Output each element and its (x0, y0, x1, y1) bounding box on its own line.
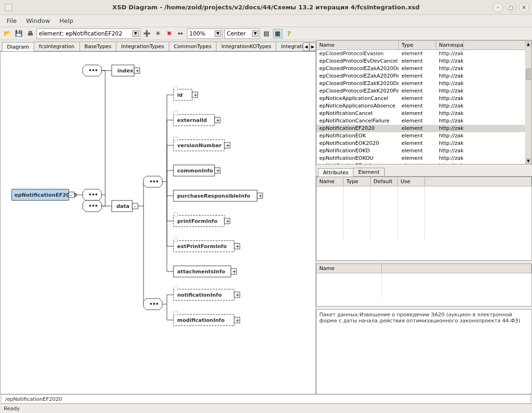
attr-col-type[interactable]: Type (344, 177, 371, 186)
list-item[interactable]: epNotificationEOKDelementhttp://zak (316, 147, 532, 155)
zoom-text: 100% (189, 30, 205, 37)
table-row[interactable] (316, 288, 532, 296)
svg-text:purchaseResponsibleInfo: purchaseResponsibleInfo (177, 193, 251, 199)
list-item[interactable]: epNotificationCancelelementhttp://zak (316, 110, 532, 117)
scroll-down-icon[interactable]: ▼ (525, 157, 532, 164)
svg-text:printFormInfo: printFormInfo (177, 218, 217, 224)
path-bar: /epNotificationEF2020 (1, 394, 531, 404)
chevron-down-icon[interactable]: ▼ (252, 30, 259, 37)
expand-icon[interactable]: ↔ (176, 29, 185, 38)
tab-attributes[interactable]: Attributes (318, 168, 353, 177)
svg-text:extPrintFormInfo: extPrintFormInfo (177, 243, 227, 249)
svg-rect-52 (174, 238, 178, 242)
list-item[interactable]: epClosedProtocolEZakK2020Finelementhttp:… (316, 87, 532, 95)
list-item[interactable]: epNoticeApplicationsAbsenceelementhttp:/… (316, 102, 532, 110)
elements-panel: Name Type Namespa epClosedProtocolEvasio… (316, 40, 532, 164)
maximize-button[interactable]: ▢ (506, 2, 516, 13)
menu-window[interactable]: Window (26, 17, 50, 24)
svg-rect-24 (174, 86, 178, 90)
scroll-up-icon[interactable]: ▲ (525, 41, 532, 47)
sequence-icon: ••• (83, 65, 101, 76)
sequence-icon: ••• (83, 200, 101, 212)
svg-text:+: + (232, 269, 236, 274)
sequence-icon: ••• (83, 189, 101, 200)
svg-text:modificationInfo: modificationInfo (177, 317, 225, 323)
svg-text:attachmentsInfo: attachmentsInfo (177, 269, 225, 275)
close-button[interactable]: ✕ (519, 2, 529, 13)
svg-rect-29 (174, 112, 178, 115)
sequence-icon: ••• (144, 299, 162, 310)
elements-list[interactable]: epClosedProtocolEvasionelementhttp://zak… (316, 50, 532, 164)
minimize-button[interactable]: – (493, 2, 503, 13)
element-combobox[interactable]: element: epNotificationEF202 ▼ (36, 28, 140, 39)
svg-text:–: – (70, 192, 72, 198)
list-item[interactable]: epNotificationEOK2020elementhttp://zak (316, 140, 532, 147)
list-item[interactable]: epNotificationEZakAelementhttp://zak (316, 162, 532, 164)
view-list-icon[interactable]: ▤ (262, 29, 271, 38)
chevron-down-icon[interactable]: ▼ (215, 30, 221, 37)
align-text: Center (227, 30, 245, 37)
col-name[interactable]: Name (316, 41, 399, 50)
list-item[interactable]: epClosedProtocolEZakA2020Finelementhttp:… (316, 72, 532, 80)
print-icon[interactable]: 🖶 (25, 29, 35, 38)
description-pane: Пакет данных:Извещение о проведении ЭА20… (316, 309, 532, 394)
remove-icon[interactable]: ✖ (165, 29, 174, 38)
add-icon[interactable]: ➕ (142, 29, 151, 38)
svg-text:–: – (134, 204, 136, 209)
svg-text:+: + (236, 318, 239, 323)
list-item[interactable]: epNotificationEOKOUelementhttp://zak (316, 155, 532, 162)
help-icon[interactable]: ? (284, 29, 294, 38)
attributes-panel: Name Type Default Use (316, 177, 532, 261)
svg-text:+: + (194, 93, 197, 98)
list-item[interactable]: epClosedProtocolEZakA2020Doelementhttp:/… (316, 65, 532, 72)
svg-rect-47 (174, 213, 178, 216)
svg-text:+: + (136, 68, 139, 73)
list-item[interactable]: epNotificationEOKelementhttp://zak (316, 132, 532, 140)
svg-text:•••: ••• (149, 178, 158, 185)
col-type[interactable]: Type (399, 41, 436, 50)
svg-text:+: + (216, 118, 220, 123)
col-namespace[interactable]: Namespa (436, 41, 463, 50)
names-panel: Name (316, 263, 532, 306)
svg-text:commonInfo: commonInfo (177, 168, 213, 174)
menu-file[interactable]: File (7, 17, 17, 24)
table-row[interactable] (316, 231, 532, 239)
names-col[interactable]: Name (316, 264, 382, 273)
menubar: File Window Help (0, 15, 532, 27)
svg-rect-68 (174, 312, 178, 315)
svg-text:epNotificationEF2020: epNotificationEF2020 (14, 192, 77, 198)
scroll-thumb[interactable] (526, 69, 531, 80)
zoom-combobox[interactable]: 100% ▼ (187, 28, 223, 39)
svg-rect-34 (174, 137, 178, 141)
sequence-icon: ••• (144, 176, 162, 187)
svg-text:data: data (116, 203, 129, 209)
list-item[interactable]: epClosedProtocolEZakK2020Doelementhttp:/… (316, 80, 532, 87)
attr-col-name[interactable]: Name (316, 177, 344, 186)
attr-col-use[interactable]: Use (398, 177, 425, 186)
window-title: XSD Diagram - /home/zoid/projects/v2/doc… (112, 4, 419, 11)
svg-text:+: + (216, 168, 220, 173)
svg-text:•••: ••• (88, 203, 98, 209)
list-item[interactable]: epClosedProtocolEvDevCancelelementhttp:/… (316, 57, 532, 65)
node-root[interactable]: epNotificationEF2020 – (12, 189, 77, 200)
open-icon[interactable]: 📂 (3, 29, 12, 38)
svg-text:•••: ••• (88, 67, 98, 74)
chevron-down-icon[interactable]: ▼ (132, 30, 139, 37)
list-item[interactable]: epClosedProtocolEvasionelementhttp://zak (316, 50, 532, 57)
tab-element[interactable]: Element (353, 168, 385, 176)
list-item[interactable]: epNoticeApplicationCancelelementhttp://z… (316, 95, 532, 102)
view-grid-icon[interactable]: ▦ (273, 29, 282, 38)
svg-text:+: + (226, 143, 230, 148)
menu-help[interactable]: Help (59, 17, 73, 24)
list-item[interactable]: epNotificationCancelFailureelementhttp:/… (316, 117, 532, 125)
svg-rect-20 (173, 89, 192, 100)
scrollbar[interactable]: ▲ ▼ (525, 41, 532, 164)
save-icon[interactable]: 💾 (14, 29, 23, 38)
list-item[interactable]: epNotificationEF2020elementhttp://zak (316, 125, 532, 132)
element-combobox-text: element: epNotificationEF202 (39, 30, 122, 37)
diagram-pane[interactable]: epNotificationEF2020 – ••• ••• (0, 51, 316, 394)
attr-col-default[interactable]: Default (371, 177, 398, 186)
align-combobox[interactable]: Center ▼ (224, 28, 260, 39)
add-all-icon[interactable]: ✳ (153, 29, 163, 38)
svg-text:+: + (236, 244, 239, 249)
